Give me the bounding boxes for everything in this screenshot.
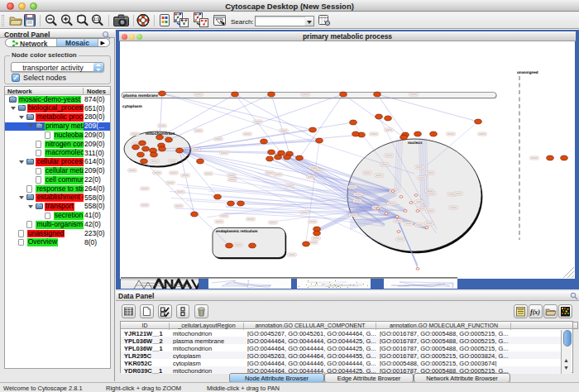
svg-text:f(x): f(x) [530,308,540,316]
svg-text:plasma membrane: plasma membrane [123,93,158,98]
svg-text:unassigned: unassigned [517,70,538,74]
svg-text:1:1: 1:1 [93,17,100,22]
svg-text:endoplasmic reticulum: endoplasmic reticulum [216,229,257,233]
svg-text:cytoplasm: cytoplasm [122,104,142,108]
svg-text:nucleus: nucleus [408,141,423,145]
